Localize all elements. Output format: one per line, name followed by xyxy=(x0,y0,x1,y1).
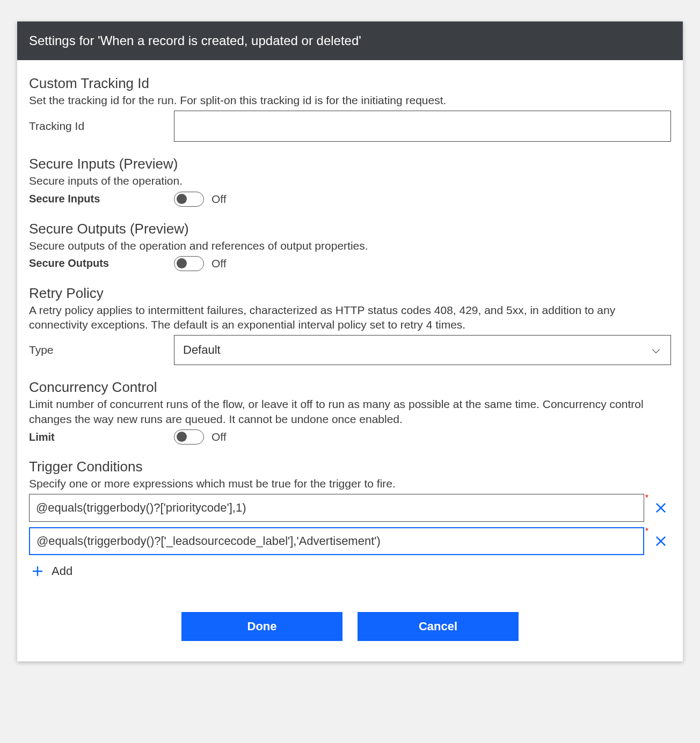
secure-outputs-toggle-state: Off xyxy=(212,257,227,270)
secure-inputs-toggle-label: Secure Inputs xyxy=(29,193,174,205)
close-icon xyxy=(654,501,668,515)
concurrency-limit-label: Limit xyxy=(29,431,174,443)
dialog-body: Custom Tracking Id Set the tracking id f… xyxy=(17,60,683,661)
retry-type-label: Type xyxy=(29,344,174,356)
trigger-condition-input[interactable] xyxy=(29,527,644,555)
toggle-knob-icon xyxy=(177,258,187,268)
trigger-condition-row: * xyxy=(29,527,671,555)
section-trigger-conditions: Trigger Conditions Specify one or more e… xyxy=(29,458,671,580)
section-desc: A retry policy applies to intermittent f… xyxy=(29,303,671,332)
section-desc: Specify one or more expressions which mu… xyxy=(29,476,671,491)
section-title: Secure Inputs (Preview) xyxy=(29,156,671,172)
plus-icon xyxy=(29,563,46,580)
concurrency-limit-toggle[interactable] xyxy=(174,429,204,445)
tracking-id-label: Tracking Id xyxy=(29,120,174,133)
section-title: Custom Tracking Id xyxy=(29,75,671,92)
toggle-knob-icon xyxy=(177,432,187,442)
trigger-condition-input[interactable] xyxy=(29,494,644,522)
add-condition-label: Add xyxy=(52,564,72,578)
section-retry-policy: Retry Policy A retry policy applies to i… xyxy=(29,285,671,366)
section-title: Retry Policy xyxy=(29,285,671,302)
section-secure-outputs: Secure Outputs (Preview) Secure outputs … xyxy=(29,221,671,271)
section-custom-tracking-id: Custom Tracking Id Set the tracking id f… xyxy=(29,75,671,142)
dialog-title: Settings for 'When a record is created, … xyxy=(17,21,683,60)
required-asterisk-icon: * xyxy=(645,494,648,502)
delete-condition-button[interactable] xyxy=(651,498,671,518)
delete-condition-button[interactable] xyxy=(651,531,671,551)
section-title: Secure Outputs (Preview) xyxy=(29,221,671,237)
cancel-button[interactable]: Cancel xyxy=(358,612,519,641)
secure-inputs-toggle-state: Off xyxy=(212,193,227,206)
secure-outputs-toggle[interactable] xyxy=(174,256,204,271)
retry-type-select[interactable]: Default xyxy=(174,335,671,365)
section-desc: Set the tracking id for the run. For spl… xyxy=(29,93,671,107)
settings-dialog: Settings for 'When a record is created, … xyxy=(17,21,683,661)
section-secure-inputs: Secure Inputs (Preview) Secure inputs of… xyxy=(29,156,671,206)
trigger-condition-row: * xyxy=(29,494,671,522)
retry-type-value: Default xyxy=(183,343,221,357)
tracking-id-input[interactable] xyxy=(174,111,671,142)
toggle-knob-icon xyxy=(177,194,187,204)
concurrency-limit-state: Off xyxy=(212,431,227,443)
section-desc: Secure inputs of the operation. xyxy=(29,173,671,188)
section-concurrency-control: Concurrency Control Limit number of conc… xyxy=(29,379,671,445)
dialog-footer: Done Cancel xyxy=(29,612,671,641)
close-icon xyxy=(654,534,668,548)
secure-inputs-toggle[interactable] xyxy=(174,192,204,207)
section-desc: Secure outputs of the operation and refe… xyxy=(29,238,671,253)
done-button[interactable]: Done xyxy=(181,612,342,641)
section-title: Trigger Conditions xyxy=(29,458,671,475)
chevron-down-icon xyxy=(651,345,661,355)
required-asterisk-icon: * xyxy=(645,527,648,536)
secure-outputs-toggle-label: Secure Outputs xyxy=(29,257,174,269)
section-title: Concurrency Control xyxy=(29,379,671,396)
add-condition-button[interactable]: Add xyxy=(29,563,72,580)
section-desc: Limit number of concurrent runs of the f… xyxy=(29,397,671,426)
